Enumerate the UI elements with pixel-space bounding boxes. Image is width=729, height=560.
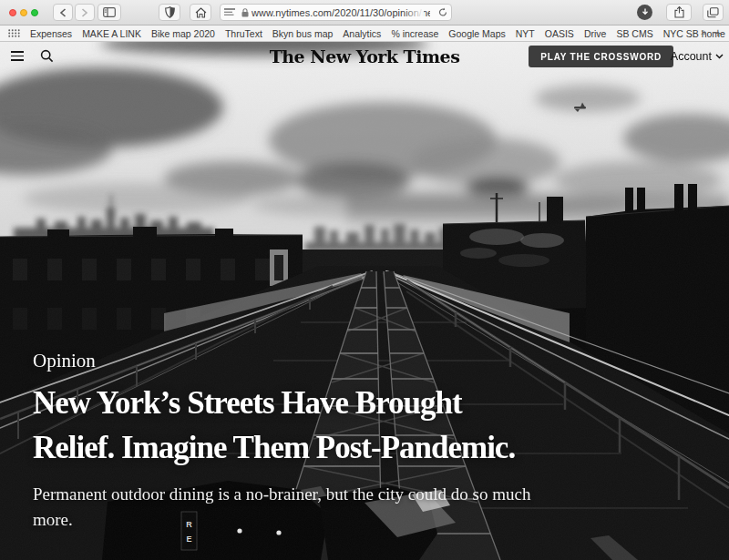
tab-overview-button[interactable] [703, 4, 724, 21]
nav-buttons [53, 4, 95, 21]
address-bar[interactable]: www.nytimes.com/2020/11/30/opinion/new-y… [220, 4, 452, 21]
bookmark-item[interactable]: ThruText [225, 28, 262, 39]
site-header: The New York Times PLAY THE CROSSWORD Ac… [0, 42, 729, 73]
back-button[interactable] [53, 4, 73, 21]
bookmark-item[interactable]: OASIS [545, 28, 574, 39]
article-subhead: Permanent outdoor dining is a no-brainer… [33, 482, 671, 533]
traffic-lights [9, 9, 38, 16]
forward-button[interactable] [75, 4, 95, 21]
bookmark-item[interactable]: SB CMS [616, 28, 652, 39]
subhead-line: more. [33, 507, 671, 533]
bookmark-item[interactable]: MAKE A LINK [82, 28, 141, 39]
zoom-button[interactable] [31, 9, 38, 16]
bookmarks-overflow-button[interactable]: » [701, 26, 705, 37]
bookmark-item[interactable]: Drive [584, 28, 607, 39]
reader-view-icon[interactable] [224, 8, 235, 16]
bookmark-item[interactable]: NYT [516, 28, 535, 39]
chevron-left-icon [59, 8, 67, 17]
close-button[interactable] [9, 9, 16, 16]
tabs-icon [707, 7, 719, 18]
headline-line: Relief. Imagine Them Post-Pandemic. [33, 425, 671, 470]
chevron-down-icon [715, 54, 724, 59]
play-crossword-button[interactable]: PLAY THE CROSSWORD [529, 46, 673, 67]
browser-window: www.nytimes.com/2020/11/30/opinion/new-y… [0, 0, 729, 560]
minimize-button[interactable] [20, 9, 27, 16]
bookmark-item[interactable]: Analytics [343, 28, 381, 39]
account-label: Account [671, 50, 712, 63]
web-page: R E The New York Times PLAY THE CROSSWOR… [0, 42, 729, 560]
download-arrow-icon [642, 8, 649, 16]
privacy-report-button[interactable] [159, 4, 180, 21]
lock-icon [241, 8, 249, 17]
account-menu[interactable]: Account [671, 50, 724, 63]
url-display: www.nytimes.com/2020/11/30/opinion/new-y… [235, 7, 436, 18]
add-bookmark-button[interactable]: + [714, 25, 722, 40]
downloads-button[interactable] [637, 5, 652, 20]
bookmark-list: ExpensesMAKE A LINKBike map 2020ThruText… [30, 28, 725, 39]
browser-toolbar: www.nytimes.com/2020/11/30/opinion/new-y… [0, 0, 729, 25]
bookmark-item[interactable]: Expenses [30, 28, 72, 39]
share-icon [674, 6, 684, 18]
subhead-line: Permanent outdoor dining is a no-brainer… [33, 482, 671, 507]
chevron-right-icon [81, 8, 88, 17]
reload-icon[interactable] [438, 7, 447, 17]
sidebar-icon [103, 7, 116, 17]
bookmarks-bar: ExpensesMAKE A LINKBike map 2020ThruText… [0, 25, 729, 42]
url-fade [404, 7, 424, 18]
share-button[interactable] [666, 4, 692, 21]
bookmark-item[interactable]: % increase [391, 28, 438, 39]
article-hero-text: Opinion New York’s Streets Have Brought … [33, 350, 671, 533]
article-headline: New York’s Streets Have Brought Relief. … [33, 381, 671, 470]
bookmark-item[interactable]: Bkyn bus map [272, 28, 334, 39]
bookmarks-grid-icon[interactable] [8, 29, 20, 37]
sidebar-button[interactable] [98, 4, 121, 21]
headline-line: New York’s Streets Have Brought [33, 381, 671, 425]
shield-icon [165, 6, 175, 18]
bookmark-item[interactable]: Google Maps [448, 28, 505, 39]
home-icon [195, 7, 207, 18]
bookmark-item[interactable]: Bike map 2020 [151, 28, 215, 39]
home-button[interactable] [190, 4, 211, 21]
section-kicker[interactable]: Opinion [33, 350, 671, 372]
